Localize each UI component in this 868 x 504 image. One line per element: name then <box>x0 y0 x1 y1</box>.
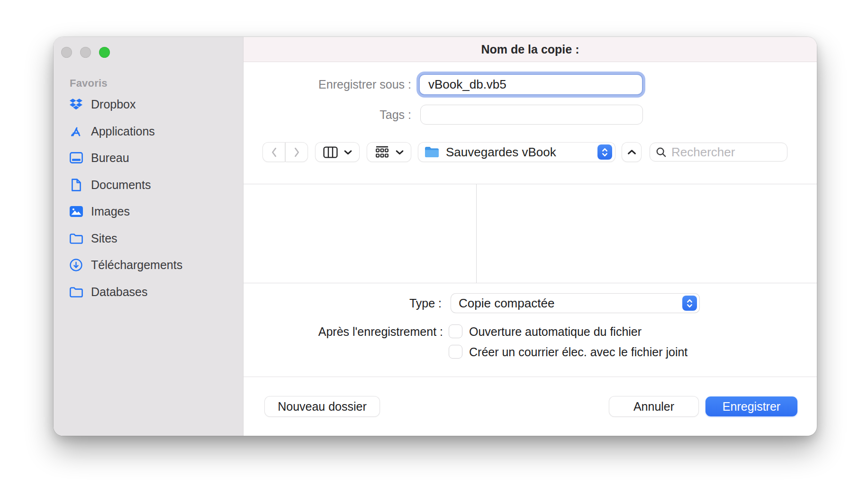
chevron-right-icon <box>294 147 300 157</box>
tags-field <box>420 105 643 125</box>
search-field <box>650 143 787 162</box>
minimize-window-button[interactable] <box>80 47 91 58</box>
sidebar-item-dropbox[interactable]: Dropbox <box>69 95 230 114</box>
after-save-label: Après l'enregistrement : <box>301 324 443 339</box>
sidebar-item-telechargements[interactable]: Téléchargements <box>69 255 230 274</box>
save-as-label: Enregistrer sous : <box>269 77 411 91</box>
auto-open-checkbox[interactable] <box>449 324 462 338</box>
filename-input[interactable] <box>420 75 642 94</box>
sidebar-item-label: Dropbox <box>91 98 136 111</box>
history-nav <box>263 143 307 162</box>
chevron-up-icon <box>627 149 636 155</box>
save-dialog-window: Favoris Dropbox <box>54 37 817 436</box>
type-value: Copie compactée <box>459 296 682 311</box>
download-icon <box>69 258 83 272</box>
chevron-left-icon <box>271 147 277 157</box>
close-window-button[interactable] <box>61 47 72 58</box>
column-divider <box>476 184 477 283</box>
sidebar-item-applications[interactable]: Applications <box>69 122 230 141</box>
sidebar-item-databases[interactable]: Databases <box>69 282 230 301</box>
column-view-button[interactable] <box>316 143 359 162</box>
save-button[interactable]: Enregistrer <box>705 396 797 416</box>
document-icon <box>69 178 83 192</box>
sidebar-item-bureau[interactable]: Bureau <box>69 148 230 167</box>
collapse-browser-button[interactable] <box>622 143 641 162</box>
back-button[interactable] <box>263 143 285 162</box>
folder-icon <box>69 232 83 245</box>
chevron-down-icon <box>344 150 352 155</box>
columns-view-icon <box>323 146 338 158</box>
tags-input[interactable] <box>421 105 642 124</box>
sidebar-item-label: Sites <box>91 232 118 245</box>
sidebar-item-label: Applications <box>91 125 155 138</box>
new-folder-button[interactable]: Nouveau dossier <box>265 396 380 416</box>
sidebar-section-favoris: Favoris <box>70 77 108 90</box>
forward-button[interactable] <box>286 143 307 162</box>
images-icon <box>69 205 83 218</box>
sidebar-item-label: Databases <box>91 285 148 299</box>
auto-open-label: Ouverture automatique du fichier <box>469 324 642 339</box>
type-stepper-icon <box>682 296 697 311</box>
sidebar: Favoris Dropbox <box>54 37 244 436</box>
location-stepper-icon <box>597 144 612 160</box>
create-email-label: Créer un courrier élec. avec le fichier … <box>469 345 687 359</box>
location-select[interactable]: Sauvegardes vBook <box>418 143 615 162</box>
folder-icon <box>424 146 440 158</box>
create-email-checkbox[interactable] <box>449 345 462 359</box>
sidebar-item-label: Images <box>91 205 130 218</box>
sidebar-item-label: Bureau <box>91 151 129 165</box>
dialog-title: Nom de la copie : <box>481 43 579 56</box>
type-select[interactable]: Copie compactée <box>451 294 699 313</box>
sidebar-item-documents[interactable]: Documents <box>69 175 230 194</box>
sidebar-item-images[interactable]: Images <box>69 202 230 221</box>
type-label: Type : <box>299 296 442 310</box>
folder-icon <box>69 285 83 299</box>
group-view-button[interactable] <box>367 143 411 162</box>
sidebar-item-label: Téléchargements <box>91 258 182 272</box>
group-view-icon <box>375 146 389 159</box>
footer-divider <box>244 377 817 377</box>
chevron-down-icon <box>396 150 404 155</box>
filename-field <box>419 74 643 95</box>
desktop-icon <box>69 151 83 165</box>
sidebar-item-sites[interactable]: Sites <box>69 229 230 248</box>
sidebar-item-label: Documents <box>91 178 151 192</box>
search-icon <box>656 147 667 158</box>
dialog-titlebar: Nom de la copie : <box>244 37 817 62</box>
window-controls <box>61 47 110 58</box>
dropbox-icon <box>69 98 83 111</box>
zoom-window-button[interactable] <box>99 47 110 58</box>
tags-label: Tags : <box>269 108 411 122</box>
search-input[interactable] <box>671 145 781 160</box>
file-browser[interactable] <box>244 184 817 283</box>
cancel-button[interactable]: Annuler <box>609 396 698 416</box>
location-label: Sauvegardes vBook <box>446 145 591 160</box>
appstore-icon <box>69 125 83 138</box>
